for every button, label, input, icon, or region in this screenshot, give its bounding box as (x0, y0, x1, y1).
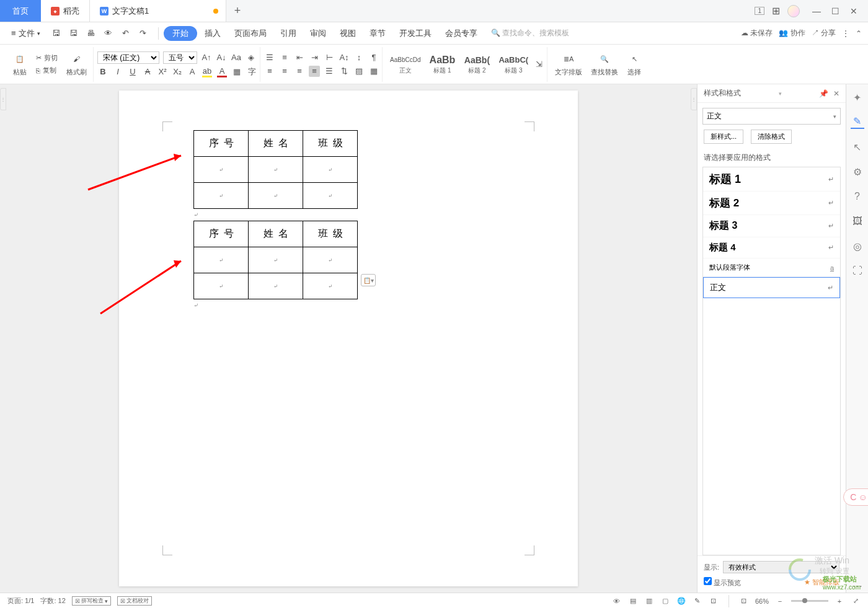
zoom-slider[interactable] (791, 600, 828, 602)
spellcheck-button[interactable]: ☒ 拼写检查 ▾ (72, 596, 111, 606)
cell[interactable]: 序号 (194, 221, 249, 247)
borders-icon[interactable]: ▦ (368, 66, 379, 77)
style-list-item[interactable]: 标题 3↵ (703, 215, 840, 237)
left-panel-handle[interactable]: ⋮ (0, 88, 6, 110)
menu-devtools[interactable]: 开发工具 (393, 25, 438, 42)
menu-start[interactable]: 开始 (164, 26, 197, 41)
text-layout-button[interactable]: ≣A文字排版 (551, 50, 586, 78)
maximize-button[interactable]: ☐ (826, 0, 844, 22)
font-color-button[interactable]: A (216, 66, 228, 77)
distribute-icon[interactable]: ☰ (324, 66, 335, 77)
superscript-button[interactable]: X² (157, 66, 168, 77)
highlight-button[interactable]: ab (202, 66, 213, 77)
cell[interactable]: ⤶ (249, 157, 303, 183)
window-count-badge[interactable]: 1 (755, 7, 764, 15)
format-painter-button[interactable]: 🖌 格式刷 (63, 50, 91, 78)
shading-icon[interactable]: ▨ (353, 66, 365, 77)
web-layout-icon[interactable]: 🌐 (676, 596, 686, 606)
print-icon[interactable]: 🖶 (85, 27, 97, 40)
menu-section[interactable]: 章节 (363, 25, 392, 42)
cut-button[interactable]: ✂剪切 (33, 52, 60, 64)
strikethrough-button[interactable]: A (142, 66, 153, 77)
phonetic-button[interactable]: 字 (246, 66, 257, 77)
side-tool-more[interactable]: ⋯ (851, 579, 864, 593)
style-list-item[interactable]: 标题 2↵ (703, 192, 840, 215)
print-preview-icon[interactable]: 👁 (102, 27, 115, 40)
cloud-unsaved[interactable]: ☁ 未保存 (741, 28, 773, 38)
find-replace-button[interactable]: 🔍查找替换 (587, 50, 622, 78)
show-marks-icon[interactable]: ¶ (368, 52, 379, 63)
zoom-out-icon[interactable]: − (775, 596, 785, 606)
cell[interactable]: 姓名 (249, 131, 303, 157)
right-panel-handle[interactable]: ⋮ (691, 88, 697, 110)
style-item-h2[interactable]: AaBb(标题 2 (460, 53, 494, 76)
preview-checkbox[interactable]: 显示预览 (704, 577, 741, 588)
save-icon[interactable]: 🖫 (50, 27, 63, 40)
align-left-icon[interactable]: ≡ (264, 66, 275, 77)
sort-icon[interactable]: ↕ (353, 52, 365, 63)
floating-assistant[interactable]: C☺ (843, 488, 868, 506)
cell[interactable]: 姓名 (249, 221, 303, 247)
fit-icon[interactable]: ⊡ (739, 596, 749, 606)
fullscreen-icon[interactable]: ⤢ (851, 596, 861, 606)
cell[interactable]: ⤶ (303, 183, 358, 209)
side-tool-settings[interactable]: ⚙ (851, 165, 864, 179)
cell[interactable]: 班级 (303, 131, 358, 157)
styles-more-icon[interactable]: ⇲ (533, 59, 544, 70)
char-shading-button[interactable]: ▦ (231, 66, 242, 77)
text-effects-button[interactable]: A (187, 66, 198, 77)
cell[interactable]: ⤶ (303, 247, 358, 273)
page-indicator[interactable]: 页面: 1/1 (7, 596, 34, 606)
bold-button[interactable]: B (97, 66, 108, 77)
collab-button[interactable]: 👥 协作 (779, 28, 805, 38)
cell[interactable]: ⤶ (194, 183, 249, 209)
align-justify-icon[interactable]: ≡ (309, 66, 320, 77)
grow-font-icon[interactable]: A↑ (201, 52, 212, 63)
close-panel-icon[interactable]: ✕ (833, 89, 839, 98)
tab-daoke[interactable]: ⬥ 稻壳 (41, 0, 90, 22)
more-icon[interactable]: ⋮ (842, 29, 849, 38)
tab-document[interactable]: W 文字文稿1 (90, 0, 226, 22)
style-list-item-selected[interactable]: 正文↵ (703, 277, 840, 298)
file-menu[interactable]: ≡ 文件 ▾ (6, 25, 45, 42)
cell[interactable]: ⤶ (249, 273, 303, 299)
side-tool-select[interactable]: ↖ (851, 140, 864, 154)
view-mode-3-icon[interactable]: ▢ (660, 596, 670, 606)
style-list-item[interactable]: 标题 1↵ (703, 167, 840, 192)
cell[interactable]: 序号 (194, 131, 249, 157)
menu-insert[interactable]: 插入 (198, 25, 227, 42)
copy-button[interactable]: ⎘复制 (33, 64, 60, 76)
style-item-h1[interactable]: AaBb标题 1 (425, 53, 459, 76)
share-button[interactable]: ↗ 分享 (812, 28, 836, 38)
save-as-icon[interactable]: 🖫 (68, 27, 80, 40)
cell[interactable]: ⤶ (249, 183, 303, 209)
word-count[interactable]: 字数: 12 (40, 596, 65, 606)
style-list-item[interactable]: 默认段落字体a (703, 258, 840, 277)
menu-view[interactable]: 视图 (334, 25, 362, 42)
table-1[interactable]: 序号姓名班级 ⤶⤶⤶ ⤶⤶⤶ (193, 130, 358, 209)
style-item-h3[interactable]: AaBbC(标题 3 (495, 53, 532, 76)
tab-new[interactable]: + (226, 0, 249, 22)
shrink-font-icon[interactable]: A↓ (216, 52, 227, 63)
menu-page-layout[interactable]: 页面布局 (228, 25, 273, 42)
collapse-ribbon-icon[interactable]: ⌃ (856, 29, 862, 38)
avatar[interactable] (787, 5, 800, 17)
numbering-icon[interactable]: ≡ (279, 52, 290, 63)
increase-indent-icon[interactable]: ⇥ (309, 52, 320, 63)
draft-icon[interactable]: ⊡ (709, 596, 719, 606)
align-center-icon[interactable]: ≡ (279, 66, 290, 77)
menu-references[interactable]: 引用 (274, 25, 303, 42)
pin-icon[interactable]: 📌 (819, 89, 828, 98)
side-tool-styles[interactable]: ✎ (851, 115, 864, 129)
subscript-button[interactable]: X₂ (172, 66, 183, 77)
clear-format-button[interactable]: 清除格式 (751, 130, 792, 144)
document-canvas[interactable]: 序号姓名班级 ⤶⤶⤶ ⤶⤶⤶ ⤶ 序号姓名班级 ⤶⤶⤶ ⤶⤶⤶ ⤶ 📋▾ (0, 84, 697, 593)
style-list-item[interactable]: 标题 4↵ (703, 237, 840, 258)
current-style-select[interactable]: 正文 ▾ (702, 108, 841, 125)
decrease-indent-icon[interactable]: ⇤ (294, 52, 305, 63)
grid-icon[interactable]: ⊞ (772, 5, 780, 17)
view-mode-1-icon[interactable]: ▤ (628, 596, 638, 606)
side-tool-image[interactable]: 🖼 (851, 214, 864, 228)
align-right-icon[interactable]: ≡ (294, 66, 305, 77)
undo-icon[interactable]: ↶ (120, 27, 132, 40)
